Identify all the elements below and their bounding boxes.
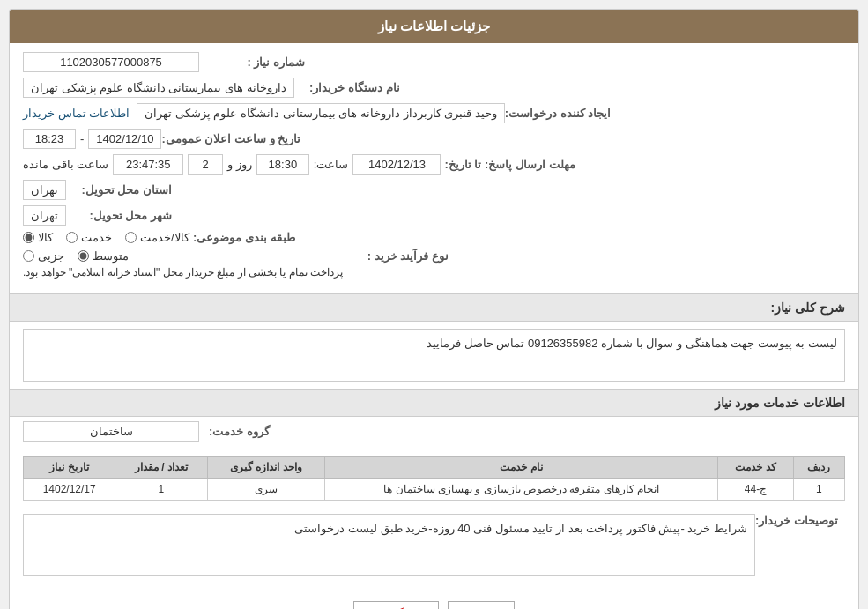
purchase-note: پرداخت تمام یا بخشی از مبلغ خریداز محل "… <box>23 266 343 279</box>
response-days: 2 <box>188 154 223 175</box>
col-quantity: تعداد / مقدار <box>115 457 207 479</box>
purchase-type-label: نوع فرآیند خرید : <box>343 249 449 263</box>
requester-value: داروخانه های بیمارستانی دانشگاه علوم پزش… <box>23 78 294 98</box>
cell-date: 1402/12/17 <box>24 479 115 501</box>
category-kala-khidmat-radio[interactable] <box>125 232 137 243</box>
service-info-section: گروه خدمت: ساختمان <box>10 417 858 456</box>
print-button[interactable]: چاپ <box>448 601 515 609</box>
purchase-juzyi-radio[interactable] <box>23 250 34 262</box>
buttons-section: چاپ بازگشت <box>10 590 858 609</box>
purchase-mutavasset[interactable]: متوسط <box>78 249 129 263</box>
description-section-title: شرح کلی نیاز: <box>10 293 858 322</box>
buyer-desc-section: توصیحات خریدار: شرایط خرید -پیش فاکتور پ… <box>10 509 858 590</box>
announce-separator: - <box>80 132 84 145</box>
cell-row: 1 <box>793 479 844 501</box>
purchase-type-radios: متوسط جزیی <box>23 249 129 263</box>
buyer-desc-row: توصیحات خریدار: شرایط خرید -پیش فاکتور پ… <box>23 514 845 576</box>
creator-label: ایجاد کننده درخواست: <box>505 107 612 120</box>
back-button[interactable]: بازگشت <box>353 601 439 609</box>
col-service-name: نام خدمت <box>325 457 718 479</box>
response-time: 18:30 <box>256 154 309 175</box>
need-number-label: شماره نیاز : <box>199 56 305 69</box>
response-days-label: روز و <box>227 158 252 171</box>
cell-name: انجام کارهای متفرقه درخصوص بازسازی و بهس… <box>325 479 718 501</box>
col-date: تاریخ نیاز <box>24 457 115 479</box>
purchase-type-content: متوسط جزیی پرداخت تمام یا بخشی از مبلغ خ… <box>23 249 343 279</box>
service-section-title: اطلاعات خدمات مورد نیاز <box>10 389 858 417</box>
province-row: استان محل تحویل: تهران <box>23 180 845 200</box>
page-header: جزئیات اطلاعات نیاز <box>10 10 858 43</box>
category-kala-radio[interactable] <box>23 232 34 243</box>
province-value: تهران <box>23 180 66 200</box>
khidmat-label: خدمت <box>81 231 112 244</box>
need-number-value: 1102030577000875 <box>23 52 199 72</box>
need-number-row: شماره نیاز : 1102030577000875 <box>23 52 845 72</box>
remaining-label: ساعت باقی مانده <box>23 158 108 171</box>
creator-value: وحید قنبری کاربرداز داروخانه های بیمارست… <box>137 103 505 123</box>
announce-start: 18:23 <box>23 129 76 149</box>
category-radio-group: کالا/خدمت خدمت کالا <box>23 231 189 244</box>
response-remaining: 23:47:35 <box>113 154 183 175</box>
requester-label: نام دستگاه خریدار: <box>294 81 400 94</box>
purchase-type-row: نوع فرآیند خرید : متوسط جزیی پرداخت تمام… <box>23 249 845 279</box>
province-label: استان محل تحویل: <box>66 183 172 197</box>
kala-khidmat-label: کالا/خدمت <box>140 231 189 244</box>
cell-unit: سری <box>207 479 325 501</box>
description-title-text: شرح کلی نیاز: <box>771 301 845 315</box>
table-row: 1ج-44انجام کارهای متفرقه درخصوص بازسازی … <box>24 479 845 501</box>
deadline-row: مهلت ارسال پاسخ: تا تاریخ: 1402/12/13 سا… <box>23 154 845 175</box>
purchase-juzyi[interactable]: جزیی <box>23 249 64 263</box>
service-title-text: اطلاعات خدمات مورد نیاز <box>715 396 845 410</box>
city-row: شهر محل تحویل: تهران <box>23 205 845 226</box>
category-kala-khidmat[interactable]: کالا/خدمت <box>125 231 189 244</box>
needs-table-section: ردیف کد خدمت نام خدمت واحد اندازه گیری ت… <box>10 456 858 509</box>
service-group-label: گروه خدمت: <box>199 425 270 438</box>
category-khidmat[interactable]: خدمت <box>66 231 112 244</box>
announce-label: تاریخ و ساعت اعلان عمومی: <box>161 132 300 145</box>
purchase-mutavasset-radio[interactable] <box>78 250 89 262</box>
service-group-value: ساختمان <box>23 421 199 442</box>
category-label: طبقه بندی موضوعی: <box>189 231 295 244</box>
mutavasset-label: متوسط <box>93 249 129 263</box>
category-khidmat-radio[interactable] <box>66 232 78 243</box>
cell-code: ج-44 <box>718 479 794 501</box>
page-title: جزئیات اطلاعات نیاز <box>378 19 490 33</box>
requester-row: نام دستگاه خریدار: داروخانه های بیمارستا… <box>23 78 845 98</box>
buyer-desc-box: شرایط خرید -پیش فاکتور پرداخت بعد از تای… <box>23 514 755 576</box>
buyer-desc-label: توصیحات خریدار: <box>755 514 838 527</box>
deadline-fields: 1402/12/13 ساعت: 18:30 روز و 2 23:47:35 … <box>23 154 441 175</box>
category-row: طبقه بندی موضوعی: کالا/خدمت خدمت کالا <box>23 231 845 244</box>
col-unit: واحد اندازه گیری <box>207 457 325 479</box>
service-group-row: گروه خدمت: ساختمان <box>23 421 845 442</box>
city-value: تهران <box>23 205 66 226</box>
announce-end: 1402/12/10 <box>88 129 161 149</box>
deadline-label: مهلت ارسال پاسخ: تا تاریخ: <box>444 158 575 171</box>
description-content: لیست به پیوست جهت هماهنگی و سوال با شمار… <box>427 337 837 350</box>
category-kala[interactable]: کالا <box>23 231 53 244</box>
contact-link[interactable]: اطلاعات تماس خریدار <box>23 107 130 120</box>
buyer-desc-content: شرایط خرید -پیش فاکتور پرداخت بعد از تای… <box>294 522 747 535</box>
table-header-row: ردیف کد خدمت نام خدمت واحد اندازه گیری ت… <box>24 457 845 479</box>
col-service-code: کد خدمت <box>718 457 794 479</box>
creator-row: ایجاد کننده درخواست: وحید قنبری کاربرداز… <box>23 103 845 123</box>
needs-table: ردیف کد خدمت نام خدمت واحد اندازه گیری ت… <box>23 456 845 501</box>
announce-range: 1402/12/10 - 18:23 <box>23 129 161 149</box>
response-date: 1402/12/13 <box>352 154 441 175</box>
description-box: لیست به پیوست جهت هماهنگی و سوال با شمار… <box>23 329 845 382</box>
cell-quantity: 1 <box>115 479 207 501</box>
col-row-num: ردیف <box>793 457 844 479</box>
kala-label: کالا <box>38 231 53 244</box>
response-time-label: ساعت: <box>314 158 349 171</box>
juzyi-label: جزیی <box>38 249 64 263</box>
announce-row: تاریخ و ساعت اعلان عمومی: 1402/12/10 - 1… <box>23 129 845 149</box>
city-label: شهر محل تحویل: <box>66 209 172 222</box>
